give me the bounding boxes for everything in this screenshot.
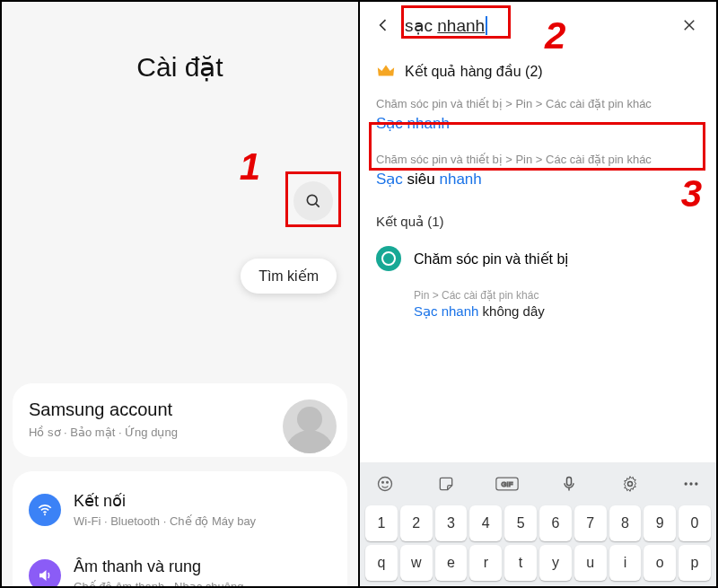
key-8[interactable]: 8 [609,505,642,541]
result-title: Sạc nhanh không dây [414,303,700,320]
row-title: Âm thanh và rung [74,557,244,576]
key-e[interactable]: e [435,545,468,581]
sticker-icon [437,475,455,493]
back-button[interactable] [369,11,398,39]
search-pane: sạc nhanh Kết quả hàng đầu (2) Chăm sóc … [360,2,716,586]
key-y[interactable]: y [539,545,572,581]
chevron-left-icon [374,16,392,34]
result-super-fast-charging[interactable]: Chăm sóc pin và thiết bị > Pin > Các cài… [360,144,716,199]
more-icon [681,475,701,493]
clear-search-button[interactable] [675,11,704,39]
svg-point-16 [689,482,692,485]
wifi-icon [29,494,61,526]
row-connections[interactable]: Kết nối Wi-Fi · Bluetooth · Chế độ Máy b… [29,477,331,542]
key-0[interactable]: 0 [679,505,711,541]
settings-pane: Cài đặt Tìm kiếm Samsung account Hồ sơ ·… [2,2,358,586]
key-6[interactable]: 6 [539,505,572,541]
key-i[interactable]: i [609,545,642,581]
key-3[interactable]: 3 [435,505,468,541]
result-path: Chăm sóc pin và thiết bị > Pin > Các cài… [376,97,700,110]
sticker-button[interactable] [433,471,459,496]
key-7[interactable]: 7 [574,505,607,541]
key-9[interactable]: 9 [644,505,676,541]
key-4[interactable]: 4 [469,505,502,541]
results-header: Kết quả (1) [360,199,716,235]
search-input-wrap[interactable]: sạc nhanh [403,15,670,36]
row-title: Kết nối [74,491,256,511]
sound-icon [29,559,61,586]
emoji-icon [376,475,394,493]
settings-button[interactable] [617,471,643,496]
mic-icon [560,475,578,493]
svg-text:GIF: GIF [502,480,513,488]
result-wireless-fast-charging[interactable]: Pin > Các cài đặt pin khác Sạc nhanh khô… [360,282,716,327]
crown-icon [376,61,396,81]
close-icon [681,17,697,33]
svg-point-2 [44,513,46,515]
key-1[interactable]: 1 [365,505,398,541]
search-header: sạc nhanh [360,2,716,45]
settings-group-card: Kết nối Wi-Fi · Bluetooth · Chế độ Máy b… [13,471,347,586]
search-icon [304,192,322,210]
samsung-account-title: Samsung account [29,399,178,420]
keyboard-toolbar: GIF [363,468,713,504]
result-title: Sạc siêu nhanh [376,170,700,189]
key-p[interactable]: p [679,545,711,581]
result-path: Pin > Các cài đặt pin khác [414,289,700,302]
key-w[interactable]: w [400,545,433,581]
key-t[interactable]: t [504,545,537,581]
result-fast-charging[interactable]: Chăm sóc pin và thiết bị > Pin > Các cài… [360,88,716,144]
search-tooltip: Tìm kiếm [241,259,337,294]
samsung-account-card[interactable]: Samsung account Hồ sơ · Bảo mật · Ứng dụ… [13,383,347,457]
svg-rect-12 [566,478,571,486]
result-device-care[interactable]: Chăm sóc pin và thiết bị [360,235,716,282]
svg-point-15 [684,482,687,485]
emoji-button[interactable] [372,471,398,496]
device-care-icon [376,246,401,271]
svg-point-7 [379,478,392,491]
page-title: Cài đặt [2,2,358,154]
key-u[interactable]: u [574,545,607,581]
key-r[interactable]: r [469,545,502,581]
search-input[interactable]: sạc nhanh [403,13,489,39]
search-button[interactable] [293,181,333,221]
svg-point-0 [307,195,317,205]
device-care-label: Chăm sóc pin và thiết bị [414,250,568,268]
key-o[interactable]: o [644,545,676,581]
row-sub: Chế độ âm thanh · Nhạc chuông [74,580,244,586]
key-2[interactable]: 2 [400,505,433,541]
avatar [283,399,337,453]
result-title: Sạc nhanh [376,115,450,132]
more-button[interactable] [679,471,704,496]
svg-line-1 [316,204,320,207]
result-path: Chăm sóc pin và thiết bị > Pin > Các cài… [376,153,700,166]
gif-icon: GIF [495,476,519,492]
key-5[interactable]: 5 [504,505,537,541]
mic-button[interactable] [556,471,582,496]
samsung-account-sub: Hồ sơ · Bảo mật · Ứng dụng [29,426,178,439]
keyboard: GIF 1234567890 qwertyuiop [360,462,716,586]
top-results-header: Kết quả hàng đầu (2) [360,45,716,88]
key-q[interactable]: q [365,545,398,581]
gear-icon [621,475,639,493]
svg-point-8 [382,482,384,484]
svg-point-9 [387,482,389,484]
row-sound[interactable]: Âm thanh và rung Chế độ âm thanh · Nhạc … [29,542,331,586]
gif-button[interactable]: GIF [495,471,520,496]
svg-point-14 [627,482,632,487]
svg-point-17 [695,482,697,485]
row-sub: Wi-Fi · Bluetooth · Chế độ Máy bay [74,514,256,528]
